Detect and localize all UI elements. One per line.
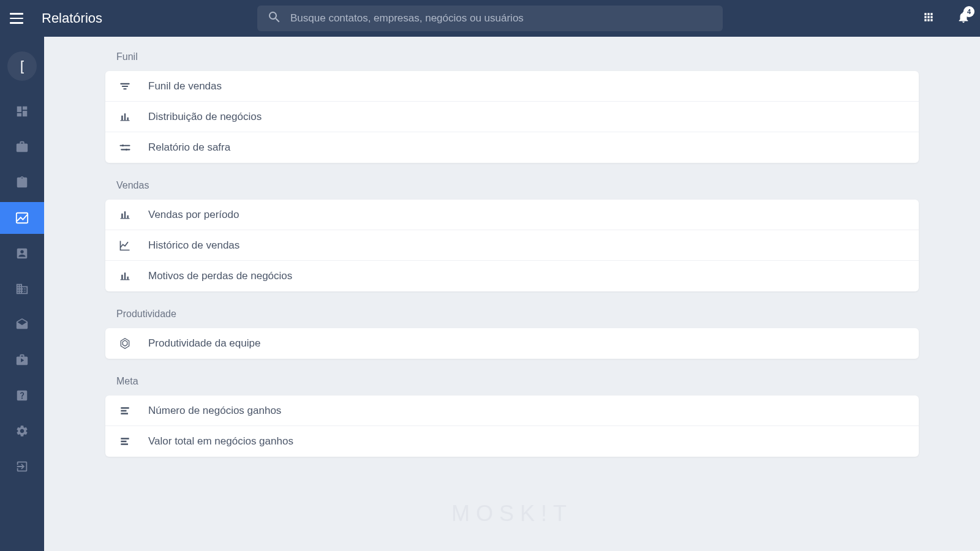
card-produtividade: Produtividade da equipe bbox=[105, 328, 919, 359]
horizontal-bars-icon bbox=[118, 405, 132, 417]
report-vendas-periodo[interactable]: Vendas por período bbox=[105, 200, 919, 230]
report-label: Valor total em negócios ganhos bbox=[148, 435, 293, 448]
page-title: Relatórios bbox=[42, 10, 102, 26]
nav-settings[interactable] bbox=[0, 415, 44, 447]
header-right: 4 bbox=[922, 10, 970, 26]
svg-point-1 bbox=[122, 144, 124, 146]
report-label: Vendas por período bbox=[148, 209, 239, 221]
email-icon bbox=[15, 318, 29, 331]
section-label-funil: Funil bbox=[105, 51, 919, 71]
section-label-produtividade: Produtividade bbox=[105, 309, 919, 328]
apps-icon[interactable] bbox=[922, 11, 935, 26]
nav-dashboard[interactable] bbox=[0, 96, 44, 127]
avatar[interactable]: [ bbox=[7, 51, 37, 81]
app-header: Relatórios 4 bbox=[0, 0, 980, 37]
chart-icon bbox=[15, 211, 29, 225]
clipboard-icon bbox=[15, 176, 29, 189]
report-label: Funil de vendas bbox=[148, 80, 222, 92]
horizontal-bars-icon bbox=[118, 435, 132, 448]
svg-rect-3 bbox=[121, 407, 129, 409]
section-label-meta: Meta bbox=[105, 376, 919, 395]
section-label-vendas: Vendas bbox=[105, 180, 919, 200]
nav-products[interactable] bbox=[0, 344, 44, 376]
svg-point-2 bbox=[126, 149, 127, 151]
svg-rect-6 bbox=[121, 438, 129, 440]
report-produtividade-equipe[interactable]: Produtividade da equipe bbox=[105, 328, 919, 359]
dashboard-icon bbox=[15, 105, 29, 118]
nav-business[interactable] bbox=[0, 131, 44, 163]
report-valor-total[interactable]: Valor total em negócios ganhos bbox=[105, 426, 919, 457]
watermark: MOSK!T bbox=[451, 501, 573, 527]
svg-rect-5 bbox=[121, 413, 128, 414]
report-label: Histórico de vendas bbox=[148, 239, 239, 252]
menu-button[interactable] bbox=[10, 10, 27, 27]
nav-help[interactable] bbox=[0, 380, 44, 411]
logout-icon bbox=[15, 460, 29, 473]
bar-chart-icon bbox=[118, 270, 132, 282]
nav-reports[interactable] bbox=[0, 202, 44, 234]
report-label: Motivos de perdas de negócios bbox=[148, 270, 292, 282]
funnel-icon bbox=[118, 80, 132, 92]
bar-chart-icon bbox=[118, 111, 132, 123]
report-label: Relatório de safra bbox=[148, 141, 230, 154]
report-perdas[interactable]: Motivos de perdas de negócios bbox=[105, 261, 919, 291]
card-meta: Número de negócios ganhos Valor total em… bbox=[105, 395, 919, 457]
card-funil: Funil de vendas Distribuição de negócios bbox=[105, 71, 919, 163]
report-historico[interactable]: Histórico de vendas bbox=[105, 230, 919, 261]
main-content: Funil Funil de vendas Distribuição de n bbox=[44, 37, 980, 551]
hexagon-icon bbox=[118, 337, 132, 350]
svg-rect-4 bbox=[121, 410, 126, 411]
building-icon bbox=[15, 282, 29, 296]
notifications-button[interactable]: 4 bbox=[957, 10, 970, 26]
search-input[interactable] bbox=[290, 12, 713, 24]
line-chart-icon bbox=[118, 239, 132, 252]
card-vendas: Vendas por período Histórico de vendas bbox=[105, 200, 919, 291]
report-numero-negocios[interactable]: Número de negócios ganhos bbox=[105, 395, 919, 426]
nav-contacts[interactable] bbox=[0, 238, 44, 269]
report-safra[interactable]: Relatório de safra bbox=[105, 132, 919, 163]
notification-badge: 4 bbox=[963, 6, 974, 17]
nav-email[interactable] bbox=[0, 309, 44, 340]
search-icon bbox=[267, 10, 282, 27]
contact-icon bbox=[15, 247, 29, 260]
nav-activities[interactable] bbox=[0, 167, 44, 198]
help-icon bbox=[15, 389, 29, 402]
report-distribuicao[interactable]: Distribuição de negócios bbox=[105, 102, 919, 132]
report-label: Produtividade da equipe bbox=[148, 337, 260, 350]
sidebar: [ bbox=[0, 37, 44, 551]
report-funil-vendas[interactable]: Funil de vendas bbox=[105, 71, 919, 102]
svg-rect-8 bbox=[121, 443, 128, 445]
bar-chart-icon bbox=[118, 209, 132, 221]
nav-logout[interactable] bbox=[0, 451, 44, 482]
gear-icon bbox=[15, 424, 29, 438]
report-label: Número de negócios ganhos bbox=[148, 405, 281, 417]
report-label: Distribuição de negócios bbox=[148, 111, 262, 123]
briefcase-icon bbox=[15, 140, 29, 154]
play-box-icon bbox=[15, 353, 29, 367]
search-container[interactable] bbox=[257, 6, 723, 31]
nav-companies[interactable] bbox=[0, 273, 44, 305]
svg-rect-7 bbox=[121, 441, 126, 443]
filter-list-icon bbox=[118, 141, 132, 154]
